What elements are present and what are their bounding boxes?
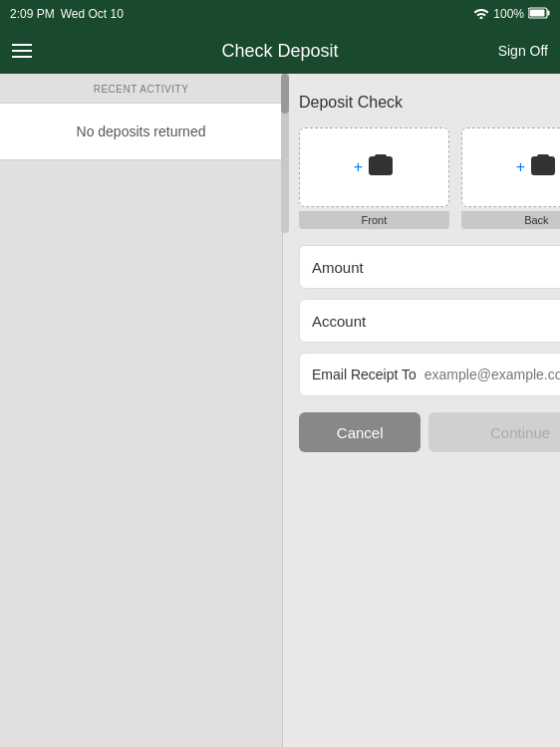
back-plus-icon: + <box>516 158 525 176</box>
email-receipt-label: Email Receipt To <box>312 367 417 382</box>
status-right: 100% <box>473 7 550 22</box>
no-deposits-message: No deposits returned <box>0 103 282 160</box>
front-label: Front <box>299 211 449 229</box>
nav-bar: Check Deposit Sign Off <box>0 28 560 74</box>
battery-status: 100% <box>493 7 524 21</box>
cancel-button[interactable]: Cancel <box>299 412 420 452</box>
email-receipt-row: Email Receipt To <box>299 353 560 396</box>
camera-row: + Front + <box>299 127 560 229</box>
status-bar: 2:09 PM Wed Oct 10 100% <box>0 0 560 28</box>
sign-off-button[interactable]: Sign Off <box>498 43 548 59</box>
amount-field[interactable]: Amount › <box>299 245 560 289</box>
back-camera-icon <box>529 153 557 182</box>
back-camera-button[interactable]: + <box>461 127 560 207</box>
back-label: Back <box>461 211 560 229</box>
main-layout: RECENT ACTIVITY No deposits returned Dep… <box>0 74 560 747</box>
svg-rect-2 <box>530 9 545 16</box>
front-camera-icon <box>367 153 395 182</box>
email-receipt-input[interactable] <box>424 367 560 382</box>
nav-title: Check Deposit <box>221 41 338 62</box>
front-camera-box: + Front <box>299 127 449 229</box>
scroll-thumb <box>281 74 289 114</box>
hamburger-menu-icon[interactable] <box>12 44 32 58</box>
account-label: Account <box>312 313 366 330</box>
right-panel: Deposit Check + Front + <box>283 74 560 747</box>
date: Wed Oct 10 <box>61 7 124 21</box>
action-row: Cancel Continue <box>299 412 560 452</box>
scroll-indicator[interactable] <box>281 74 289 233</box>
deposit-check-title: Deposit Check <box>299 94 560 112</box>
svg-rect-1 <box>548 10 550 15</box>
wifi-icon <box>473 7 489 22</box>
account-field[interactable]: Account › <box>299 299 560 343</box>
front-camera-button[interactable]: + <box>299 127 449 207</box>
front-plus-icon: + <box>354 158 363 176</box>
amount-label: Amount <box>312 259 364 276</box>
left-panel: RECENT ACTIVITY No deposits returned <box>0 74 283 747</box>
recent-activity-label: RECENT ACTIVITY <box>0 74 282 103</box>
continue-button[interactable]: Continue <box>428 412 560 452</box>
back-camera-box: + Back <box>461 127 560 229</box>
status-left: 2:09 PM Wed Oct 10 <box>10 7 124 21</box>
battery-icon <box>528 7 550 22</box>
time: 2:09 PM <box>10 7 55 21</box>
